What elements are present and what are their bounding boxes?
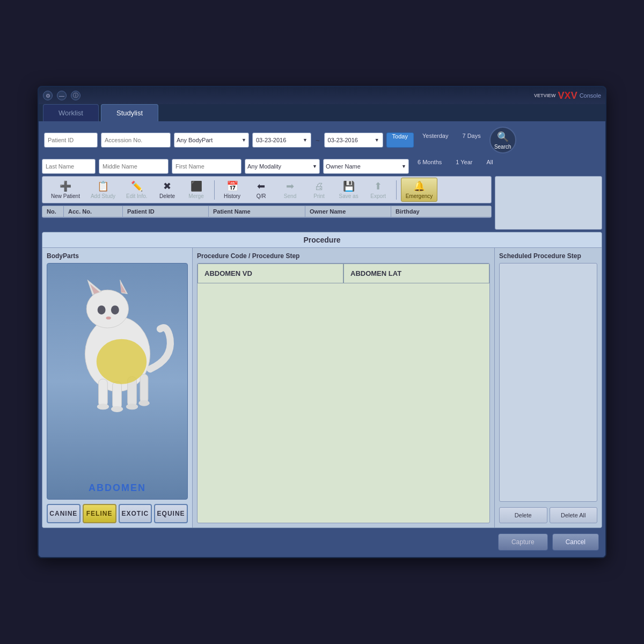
bodypart-dropdown[interactable]: Any BodyPart ▼ (174, 133, 249, 148)
cancel-btn[interactable]: Cancel (552, 533, 599, 551)
delete-scheduled-btn[interactable]: Delete (499, 507, 547, 523)
bottom-bar: Capture Cancel (42, 530, 602, 554)
col-bday: Birthday (391, 206, 456, 217)
edit-info-icon: ✏️ (131, 180, 143, 192)
procedure-panel: Procedure BodyParts (42, 232, 602, 528)
logo-area: VETVIEW VXV Console (534, 90, 601, 101)
col-no: No. (42, 206, 64, 217)
merge-btn[interactable]: ⬛ Merge (183, 178, 210, 201)
edit-info-btn[interactable]: ✏️ Edit Info. (122, 178, 151, 201)
procedure-code-section: Procedure Code / Procedure Step ABDOMEN … (193, 248, 494, 528)
svg-point-16 (126, 404, 137, 409)
accession-no-input[interactable] (101, 133, 171, 148)
procedure-code-items: ABDOMEN VD ABDOMEN LAT (197, 264, 489, 283)
first-name-input[interactable] (172, 159, 241, 174)
search-button[interactable]: 🔍 Search (489, 127, 516, 153)
canine-btn[interactable]: CANINE (47, 504, 80, 523)
species-buttons: CANINE FELINE EXOTIC EQUINE (47, 504, 188, 523)
patient-id-input[interactable] (44, 133, 98, 148)
toolbar: ➕ New Patient 📋 Add Study ✏️ Edit Info. … (42, 176, 492, 203)
top-right-panel (495, 176, 602, 230)
modality-dropdown[interactable]: Any Modality ▼ (245, 159, 320, 174)
vxv-logo: VXV (558, 90, 577, 101)
one-year-btn[interactable]: 1 Year (450, 159, 478, 174)
capture-btn[interactable]: Capture (498, 533, 548, 551)
six-months-btn[interactable]: 6 Months (412, 159, 447, 174)
delete-all-btn[interactable]: Delete All (550, 507, 598, 523)
new-patient-icon: ➕ (60, 180, 71, 192)
today-btn[interactable]: Today (386, 133, 414, 148)
search-icon: 🔍 (497, 131, 509, 143)
add-study-btn[interactable]: 📋 Add Study (86, 178, 120, 201)
animal-display: ABDOMEN (47, 263, 188, 500)
animal-svg (58, 269, 177, 419)
settings-btn[interactable]: ⚙ (43, 91, 53, 100)
exotic-btn[interactable]: EXOTIC (119, 504, 152, 523)
toolbar-sep-2 (396, 180, 397, 200)
add-study-icon: 📋 (97, 180, 109, 192)
svg-point-1 (86, 290, 128, 328)
save-as-btn[interactable]: 💾 Save as (335, 178, 363, 201)
history-btn[interactable]: 📅 History (219, 178, 246, 201)
send-btn[interactable]: ➡ Send (277, 178, 304, 201)
send-icon: ➡ (286, 180, 294, 192)
minimize-btn[interactable]: — (57, 91, 67, 100)
qr-icon: ⬅ (257, 180, 265, 192)
all-btn[interactable]: All (481, 159, 498, 174)
bodyparts-section: BodyParts (42, 248, 193, 528)
tab-studylist[interactable]: Studylist (101, 104, 158, 121)
scheduled-buttons: Delete Delete All (499, 507, 597, 523)
qr-btn[interactable]: ⬅ Q/R (248, 178, 275, 201)
procedure-item-abdomen-lat[interactable]: ABDOMEN LAT (343, 264, 489, 283)
delete-btn[interactable]: ✖ Delete (154, 178, 181, 201)
owner-chevron: ▼ (401, 164, 406, 169)
scheduled-section: Scheduled Procedure Step Delete Delete A… (494, 248, 602, 528)
main-content: Any BodyPart ▼ 03-23-2016 ▼ ~ 03-23-2016… (39, 121, 605, 557)
toolbar-sep-1 (214, 180, 215, 200)
col-pname: Patient Name (209, 206, 305, 217)
console-label: Console (580, 92, 601, 99)
middle-name-input[interactable] (99, 159, 169, 174)
feline-btn[interactable]: FELINE (83, 504, 116, 523)
yesterday-btn[interactable]: Yesterday (417, 133, 454, 148)
svg-point-13 (96, 339, 146, 384)
upper-section: ➕ New Patient 📋 Add Study ✏️ Edit Info. … (42, 176, 602, 230)
equine-btn[interactable]: EQUINE (154, 504, 188, 523)
vetview-label: VETVIEW (534, 93, 556, 98)
emergency-btn[interactable]: 🔔 Emergency (401, 178, 438, 202)
info-btn[interactable]: ⓘ (71, 91, 80, 100)
abdomen-label: ABDOMEN (89, 482, 146, 494)
date-separator: ~ (314, 136, 321, 144)
owner-dropdown[interactable]: Owner Name ▼ (323, 159, 409, 174)
date-to-input[interactable]: 03-23-2016 ▼ (324, 133, 383, 148)
procedure-body: BodyParts (42, 248, 602, 528)
svg-point-8 (106, 317, 111, 320)
print-btn[interactable]: 🖨 Print (306, 179, 333, 201)
study-table: No. Acc. No. Patient ID Patient Name Own… (42, 206, 492, 218)
procedure-code-list: ABDOMEN VD ABDOMEN LAT (197, 263, 490, 523)
title-bar: ⚙ — ⓘ VETVIEW VXV Console (39, 87, 605, 104)
history-icon: 📅 (226, 180, 238, 192)
procedure-code-label: Procedure Code / Procedure Step (197, 252, 490, 260)
modality-chevron: ▼ (312, 164, 317, 169)
print-icon: 🖨 (314, 181, 324, 192)
last-name-input[interactable] (42, 159, 96, 174)
seven-days-btn[interactable]: 7 Days (457, 133, 486, 148)
col-pid: Patient ID (123, 206, 209, 217)
date-from-input[interactable]: 03-23-2016 ▼ (252, 133, 311, 148)
svg-point-15 (111, 406, 122, 412)
export-btn[interactable]: ⬆ Export (365, 178, 392, 201)
svg-point-17 (138, 400, 150, 406)
svg-point-14 (97, 404, 108, 409)
procedure-item-abdomen-vd[interactable]: ABDOMEN VD (197, 264, 343, 283)
svg-rect-9 (98, 379, 107, 406)
svg-point-7 (111, 305, 119, 314)
merge-icon: ⬛ (191, 180, 202, 192)
tab-worklist[interactable]: Worklist (43, 104, 99, 121)
left-section: ➕ New Patient 📋 Add Study ✏️ Edit Info. … (42, 176, 492, 230)
new-patient-btn[interactable]: ➕ New Patient (47, 178, 84, 201)
procedure-title: Procedure (42, 232, 602, 248)
svg-rect-10 (112, 382, 121, 409)
col-oname: Owner Name (305, 206, 391, 217)
scheduled-label: Scheduled Procedure Step (499, 252, 597, 260)
